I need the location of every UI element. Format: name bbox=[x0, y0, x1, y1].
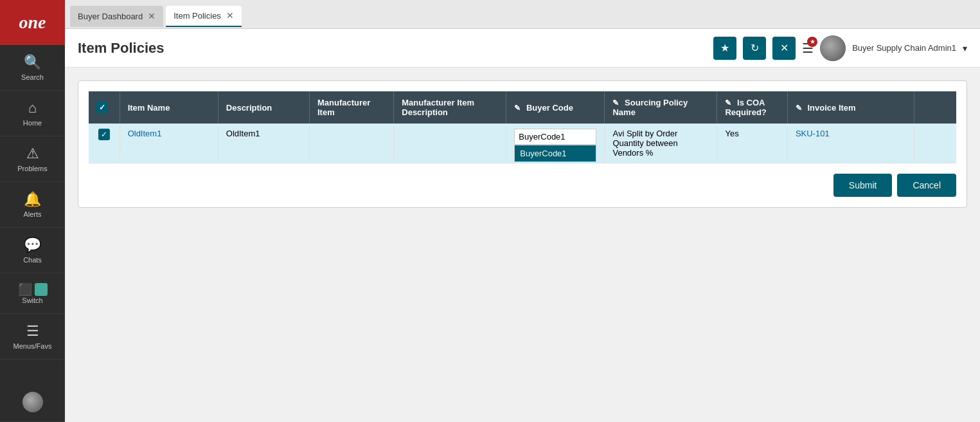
footer-actions: Submit Cancel bbox=[89, 174, 956, 197]
col-header-mfr-item-label: Manufacturer Item bbox=[317, 98, 370, 117]
row-checkbox-cell[interactable]: ✓ bbox=[89, 124, 120, 163]
row-coa-value: Yes bbox=[725, 129, 738, 138]
chat-icon: 💬 bbox=[24, 237, 41, 253]
col-header-extra bbox=[914, 91, 956, 124]
notification-button[interactable]: ☰ ★ bbox=[802, 41, 814, 56]
sidebar-label-problems: Problems bbox=[17, 165, 47, 172]
tab-buyer-dashboard-label: Buyer Dashboard bbox=[78, 12, 143, 21]
user-avatar-bottom bbox=[22, 392, 43, 412]
switch-icons: ⬛ bbox=[18, 282, 48, 297]
col-header-mfr-desc-label: Manufacturer Item Description bbox=[402, 98, 474, 117]
tab-bar: Buyer Dashboard ✕ Item Policies ✕ bbox=[65, 0, 980, 29]
header-actions: ★ ↻ ✕ ☰ ★ Buyer Supply Chain Admin1 ▾ bbox=[713, 35, 967, 61]
sidebar-item-search[interactable]: 🔍 Search bbox=[0, 45, 65, 91]
row-description-cell: OldItem1 bbox=[218, 124, 309, 163]
content-panel: ✓ Item Name Description Manufacturer Ite… bbox=[78, 80, 967, 208]
sidebar-item-problems[interactable]: ⚠ Problems bbox=[0, 136, 65, 182]
row-extra-cell bbox=[914, 124, 956, 163]
buyer-code-dropdown: BuyerCode1 bbox=[514, 145, 596, 162]
sidebar-item-profile-bottom[interactable] bbox=[0, 383, 65, 422]
table-body: ✓ OldItem1 OldItem1 bbox=[89, 124, 956, 163]
col-header-item-name: Item Name bbox=[120, 91, 218, 124]
row-manufacturer-item-cell bbox=[310, 124, 394, 163]
col-header-sourcing-policy: ✎ Sourcing Policy Name bbox=[605, 91, 717, 124]
sidebar-label-menus-favs: Menus/Favs bbox=[13, 342, 52, 350]
row-sourcing-policy-cell: Avi Split by Order Quantity between Vend… bbox=[605, 124, 717, 163]
user-name-label: Buyer Supply Chain Admin1 bbox=[852, 43, 956, 53]
row-checkbox-icon[interactable]: ✓ bbox=[98, 129, 110, 140]
tab-buyer-dashboard-close[interactable]: ✕ bbox=[148, 12, 156, 21]
tab-item-policies-label: Item Policies bbox=[174, 11, 221, 21]
user-avatar bbox=[820, 35, 846, 61]
row-invoice-item-link[interactable]: SKU-101 bbox=[796, 129, 830, 138]
bell-icon: 🔔 bbox=[24, 191, 41, 208]
main-content: Buyer Dashboard ✕ Item Policies ✕ Item P… bbox=[65, 0, 980, 422]
buyer-code-container: BuyerCode1 bbox=[514, 129, 596, 145]
col-header-description: Description bbox=[218, 91, 309, 124]
row-coa-cell: Yes bbox=[717, 124, 787, 163]
col-header-invoice-item: ✎ Invoice Item bbox=[787, 91, 914, 124]
page-title: Item Policies bbox=[78, 40, 165, 57]
col-header-invoice-label: Invoice Item bbox=[808, 103, 856, 113]
item-policies-table: ✓ Item Name Description Manufacturer Ite… bbox=[89, 91, 956, 163]
col-header-manufacturer-item: Manufacturer Item bbox=[310, 91, 394, 124]
switch-icon-1: ⬛ bbox=[18, 282, 32, 297]
warning-icon: ⚠ bbox=[26, 145, 39, 162]
sidebar-item-alerts[interactable]: 🔔 Alerts bbox=[0, 182, 65, 228]
sidebar-item-home[interactable]: ⌂ Home bbox=[0, 91, 65, 136]
coa-edit-icon: ✎ bbox=[725, 98, 731, 107]
header-checkbox-icon[interactable]: ✓ bbox=[96, 102, 108, 113]
col-header-manufacturer-item-description: Manufacturer Item Description bbox=[394, 91, 506, 124]
refresh-button[interactable]: ↻ bbox=[743, 37, 766, 60]
sidebar-label-home: Home bbox=[23, 119, 42, 127]
row-sourcing-policy-value: Avi Split by Order Quantity between Vend… bbox=[612, 129, 677, 158]
tab-item-policies[interactable]: Item Policies ✕ bbox=[166, 6, 242, 27]
sidebar: one 🔍 Search ⌂ Home ⚠ Problems 🔔 Alerts … bbox=[0, 0, 65, 422]
invoice-edit-icon: ✎ bbox=[796, 104, 802, 113]
col-header-sourcing-label: Sourcing Policy Name bbox=[612, 98, 688, 117]
buyer-code-input[interactable] bbox=[514, 129, 596, 145]
sidebar-item-switch[interactable]: ⬛ Switch bbox=[0, 273, 65, 314]
menu-icon: ☰ bbox=[26, 323, 39, 340]
row-buyer-code-cell[interactable]: BuyerCode1 bbox=[506, 124, 605, 163]
notification-badge: ★ bbox=[807, 37, 817, 47]
table-header: ✓ Item Name Description Manufacturer Ite… bbox=[89, 91, 956, 124]
sourcing-edit-icon: ✎ bbox=[612, 98, 619, 107]
page-header: Item Policies ★ ↻ ✕ ☰ ★ Buyer Supply Cha… bbox=[65, 29, 980, 68]
switch-icon-2 bbox=[35, 283, 48, 296]
sidebar-label-search: Search bbox=[21, 73, 44, 81]
tab-buyer-dashboard[interactable]: Buyer Dashboard ✕ bbox=[70, 6, 163, 27]
logo-text: one bbox=[19, 12, 46, 33]
page-content: ✓ Item Name Description Manufacturer Ite… bbox=[65, 68, 980, 422]
buyer-code-edit-icon: ✎ bbox=[514, 104, 521, 113]
home-icon: ⌂ bbox=[28, 100, 37, 116]
row-item-name-cell: OldItem1 bbox=[120, 124, 218, 163]
col-header-coa: ✎ Is COA Required? bbox=[717, 91, 787, 124]
row-manufacturer-desc-cell bbox=[394, 124, 506, 163]
row-invoice-item-cell: SKU-101 bbox=[787, 124, 914, 163]
sidebar-label-alerts: Alerts bbox=[23, 210, 41, 218]
submit-button[interactable]: Submit bbox=[833, 174, 893, 197]
buyer-code-option-selected[interactable]: BuyerCode1 bbox=[515, 145, 596, 161]
col-header-buyer-code: ✎ Buyer Code bbox=[506, 91, 605, 124]
sidebar-label-switch: Switch bbox=[22, 297, 42, 304]
close-button[interactable]: ✕ bbox=[772, 37, 796, 60]
sidebar-item-chats[interactable]: 💬 Chats bbox=[0, 228, 65, 273]
col-header-coa-label: Is COA Required? bbox=[725, 98, 766, 117]
tab-item-policies-close[interactable]: ✕ bbox=[226, 11, 234, 20]
user-dropdown-arrow[interactable]: ▾ bbox=[963, 43, 967, 53]
search-icon: 🔍 bbox=[24, 54, 41, 71]
sidebar-label-chats: Chats bbox=[23, 256, 42, 264]
row-description-value: OldItem1 bbox=[226, 129, 260, 138]
col-header-checkbox: ✓ bbox=[89, 91, 120, 124]
user-avatar-image bbox=[820, 35, 846, 61]
favorite-button[interactable]: ★ bbox=[713, 37, 736, 60]
row-item-name-link[interactable]: OldItem1 bbox=[128, 129, 162, 138]
table-row: ✓ OldItem1 OldItem1 bbox=[89, 124, 956, 163]
cancel-button[interactable]: Cancel bbox=[897, 174, 956, 197]
col-header-description-label: Description bbox=[226, 103, 272, 113]
col-header-buyer-code-label: Buyer Code bbox=[526, 103, 573, 113]
sidebar-item-menus-favs[interactable]: ☰ Menus/Favs bbox=[0, 314, 65, 360]
col-header-item-name-label: Item Name bbox=[128, 103, 170, 113]
app-logo: one bbox=[0, 0, 65, 45]
